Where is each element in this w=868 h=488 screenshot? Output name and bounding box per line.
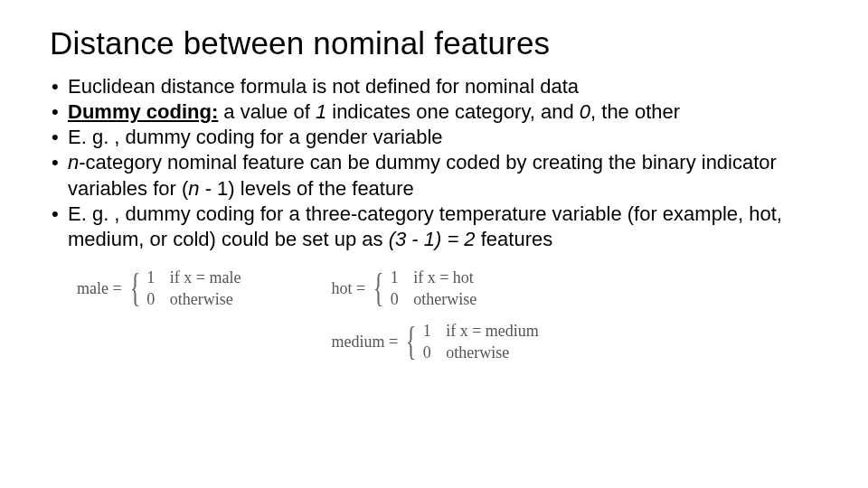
case-cond: otherwise [170, 290, 233, 310]
term-dummy-coding: Dummy coding: [68, 100, 218, 123]
formula-medium: medium = { 1if x = medium 0otherwise [331, 322, 538, 362]
text: -category nominal feature can be dummy c… [68, 151, 777, 199]
case-cond: otherwise [446, 343, 509, 363]
formula-cases: 1if x = male 0otherwise [145, 268, 241, 309]
text: - 1) levels of the feature [200, 177, 414, 200]
text: , the other [590, 100, 680, 123]
bullet-item: Dummy coding: a value of 1 indicates one… [50, 99, 818, 125]
bullet-item: E. g. , dummy coding for a gender variab… [50, 125, 818, 150]
formula-lhs: medium = [331, 333, 398, 352]
formula-lhs: hot = [331, 279, 365, 298]
formula-case: 0otherwise [145, 290, 241, 310]
slide-title: Distance between nominal features [50, 25, 818, 61]
bullet-item: n-category nominal feature can be dummy … [50, 150, 818, 201]
formula-case: 1if x = male [145, 268, 241, 288]
case-value: 0 [388, 290, 401, 310]
bullet-item: Euclidean distance formula is not define… [50, 74, 818, 99]
text: indicates one category, and [326, 100, 580, 123]
var-n: n [188, 177, 199, 200]
case-cond: otherwise [413, 290, 476, 310]
value-one: 1 [316, 100, 326, 123]
case-value: 0 [420, 343, 433, 363]
text: features [476, 228, 553, 250]
var-n: n [68, 151, 79, 174]
case-cond: if x = hot [413, 268, 474, 288]
case-value: 1 [388, 268, 401, 288]
case-cond: if x = medium [446, 322, 539, 342]
formula-case: 0otherwise [420, 343, 539, 363]
formula-case: 0otherwise [388, 290, 476, 310]
formula-lhs: male = [77, 279, 122, 298]
formula-cases: 1if x = medium 0otherwise [420, 322, 539, 362]
formula-col-right: hot = { 1if x = hot 0otherwise medium = … [331, 268, 538, 362]
case-cond: if x = male [170, 268, 241, 288]
text: a value of [218, 100, 316, 123]
formula-case: 1if x = medium [420, 322, 539, 342]
expr: (3 - 1) = 2 [389, 228, 476, 250]
case-value: 1 [420, 322, 433, 342]
formula-col-left: male = { 1if x = male 0otherwise [77, 268, 241, 362]
value-zero: 0 [580, 100, 590, 123]
case-value: 1 [145, 268, 157, 288]
formula-hot: hot = { 1if x = hot 0otherwise [331, 268, 538, 309]
brace-icon: { [406, 322, 417, 362]
brace-icon: { [129, 268, 140, 309]
formula-area: male = { 1if x = male 0otherwise hot = {… [50, 268, 818, 362]
formula-case: 1if x = hot [388, 268, 476, 288]
bullet-item: E. g. , dummy coding for a three-categor… [50, 202, 818, 252]
formula-male: male = { 1if x = male 0otherwise [77, 268, 241, 309]
bullet-list: Euclidean distance formula is not define… [50, 74, 818, 252]
formula-cases: 1if x = hot 0otherwise [388, 268, 476, 309]
brace-icon: { [373, 268, 384, 309]
case-value: 0 [145, 290, 157, 310]
